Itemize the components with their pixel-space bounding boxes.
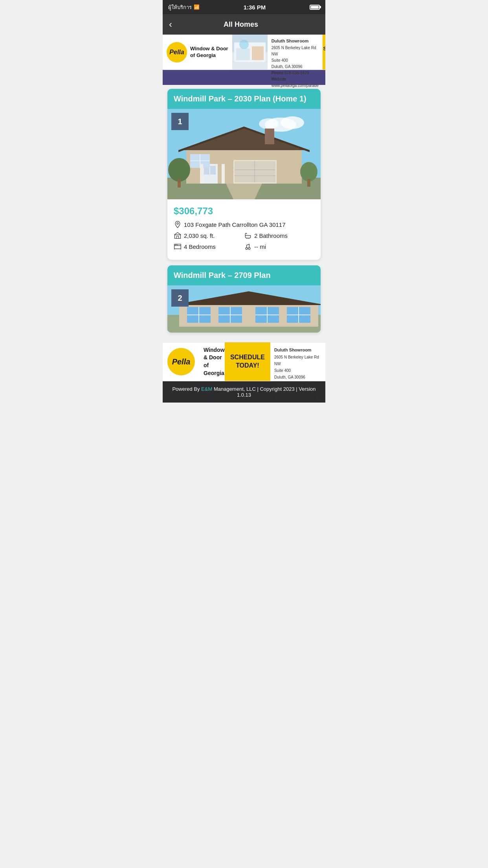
bedrooms-item: 4 Bedrooms — [174, 243, 244, 250]
sqft-item: 2,030 sq. ft. — [174, 232, 244, 239]
schedule-button[interactable]: SCHEDULE TODAY! — [323, 35, 325, 70]
bed-distance-row: 4 Bedrooms -- mi — [174, 243, 314, 250]
status-battery — [310, 5, 320, 10]
svg-point-44 — [248, 248, 250, 250]
svg-rect-3 — [236, 48, 250, 60]
card-image-2: 2 — [167, 285, 321, 333]
bottom-ad-details: Duluth Showroom 2605 N Berkeley Lake Rd … — [270, 342, 325, 381]
bottom-ad-banner[interactable]: Pella Window & Door of Georgia SCHEDULE … — [163, 342, 325, 381]
back-button[interactable]: ‹ — [169, 19, 172, 30]
bed-icon — [174, 243, 182, 250]
svg-rect-28 — [200, 164, 203, 184]
ad-company-name: Window & Door of Georgia — [190, 46, 228, 59]
bath-icon — [244, 232, 252, 239]
wifi-icon: 📶 — [194, 4, 200, 10]
distance-icon — [244, 243, 252, 250]
svg-rect-35 — [175, 235, 181, 238]
svg-rect-18 — [235, 161, 275, 182]
pella-logo: Pella — [167, 42, 187, 63]
nav-bar: ‹ All Homes — [163, 14, 325, 35]
sqft-bath-row: 2,030 sq. ft. 2 Bathrooms — [174, 232, 314, 239]
home-number-badge-2: 2 — [171, 289, 189, 307]
bottom-company-name: Window & Door of Georgia — [200, 342, 225, 381]
location-icon — [174, 221, 182, 228]
card-image-1: 1 — [167, 109, 321, 199]
svg-rect-29 — [222, 164, 225, 184]
bathrooms-item: 2 Bathrooms — [244, 232, 314, 239]
ad-image — [232, 35, 268, 70]
status-time: 1:36 PM — [244, 4, 266, 11]
svg-point-31 — [300, 162, 317, 182]
card-header-2: Windmill Park – 2709 Plan — [167, 265, 321, 285]
svg-rect-4 — [252, 46, 264, 60]
home-price-1: $306,773 — [174, 206, 314, 217]
page-title: All Homes — [176, 20, 306, 29]
svg-rect-39 — [174, 246, 181, 249]
svg-point-30 — [168, 158, 190, 182]
svg-rect-16 — [265, 129, 274, 144]
svg-rect-24 — [210, 166, 216, 175]
card-title-1: Windmill Park – 2030 Plan (Home 1) — [174, 94, 314, 103]
property-card-1[interactable]: Windmill Park – 2030 Plan (Home 1) 1 — [167, 89, 321, 260]
svg-point-8 — [281, 116, 304, 129]
address-row-1: 103 Foxgate Path Carrollton GA 30117 — [174, 221, 314, 228]
house-icon — [174, 232, 182, 239]
pella-logo-bottom: Pella — [167, 348, 195, 375]
svg-rect-32 — [178, 180, 181, 188]
property-card-2[interactable]: Windmill Park – 2709 Plan 2 — [167, 265, 321, 333]
svg-rect-33 — [307, 179, 310, 187]
home-number-badge-1: 1 — [171, 113, 189, 130]
svg-rect-36 — [177, 236, 179, 239]
card-title-2: Windmill Park – 2709 Plan — [174, 271, 314, 280]
bottom-ad-logo: Pella — [163, 342, 200, 381]
ad-details: Duluth Showroom 2605 N Berkeley Lake Rd … — [268, 35, 323, 70]
status-bar: ผู้ให้บริการ 📶 1:36 PM — [163, 0, 325, 14]
distance-item: -- mi — [244, 243, 314, 250]
svg-point-5 — [239, 40, 249, 49]
svg-point-9 — [259, 118, 279, 129]
battery-icon — [310, 5, 320, 10]
svg-point-34 — [177, 223, 178, 224]
card-details-1: $306,773 103 Foxgate Path Carrollton GA … — [167, 199, 321, 260]
svg-point-43 — [246, 248, 248, 250]
status-carrier: ผู้ให้บริการ 📶 — [168, 3, 200, 11]
svg-rect-40 — [175, 245, 177, 246]
homes-list: Windmill Park – 2030 Plan (Home 1) 1 — [163, 85, 325, 342]
ad-logo-section: Pella Window & Door of Georgia — [163, 35, 232, 70]
card-header-1: Windmill Park – 2030 Plan (Home 1) — [167, 89, 321, 109]
top-ad-banner[interactable]: Pella Window & Door of Georgia Duluth Sh… — [163, 35, 325, 70]
bottom-schedule-button[interactable]: SCHEDULE TODAY! — [225, 342, 270, 381]
